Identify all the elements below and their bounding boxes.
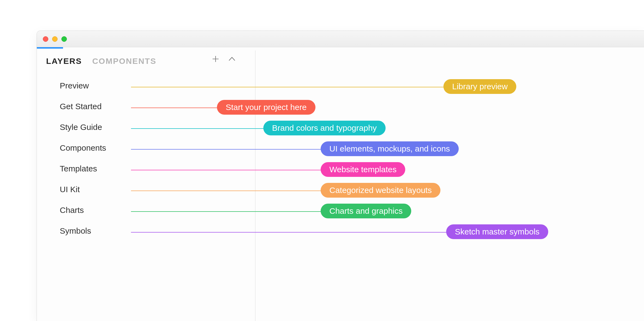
pages-list: PreviewLibrary previewGet StartedStart y… <box>37 77 644 243</box>
zoom-window-button[interactable] <box>61 36 67 42</box>
app-window: LAYERS COMPONENTS PreviewLibrary preview… <box>37 31 644 321</box>
page-row: TemplatesWebsite templates <box>37 160 644 180</box>
active-tab-indicator <box>37 47 63 49</box>
page-row: ChartsCharts and graphics <box>37 201 644 222</box>
annotation-pill: Website templates <box>321 162 405 177</box>
titlebar <box>37 31 644 47</box>
annotation-pill: Sketch master symbols <box>446 224 548 239</box>
tab-components[interactable]: COMPONENTS <box>92 57 156 66</box>
page-name[interactable]: Style Guide <box>60 123 102 132</box>
sidebar-tabs: LAYERS COMPONENTS <box>46 57 156 66</box>
annotation-pill: UI elements, mockups, and icons <box>321 141 459 156</box>
page-row: UI KitCategorized website layouts <box>37 180 644 201</box>
minimize-window-button[interactable] <box>52 36 58 42</box>
page-name[interactable]: Charts <box>60 206 84 215</box>
annotation-connector <box>131 191 326 191</box>
annotation-connector <box>131 232 452 233</box>
close-window-button[interactable] <box>43 36 48 42</box>
sidebar-content: LAYERS COMPONENTS PreviewLibrary preview… <box>37 47 644 321</box>
page-name[interactable]: UI Kit <box>60 185 80 194</box>
add-page-icon[interactable] <box>211 55 220 63</box>
page-row: Style GuideBrand colors and typography <box>37 118 644 139</box>
page-name[interactable]: Templates <box>60 164 97 173</box>
annotation-connector <box>131 149 326 150</box>
page-name[interactable]: Preview <box>60 81 89 90</box>
page-name[interactable]: Get Started <box>60 102 102 111</box>
annotation-pill: Categorized website layouts <box>321 183 440 198</box>
annotation-pill: Library preview <box>443 79 516 94</box>
annotation-connector <box>131 87 449 87</box>
page-row: SymbolsSketch master symbols <box>37 222 644 243</box>
annotation-connector <box>131 211 326 212</box>
sidebar-toolbar <box>211 55 236 63</box>
page-row: PreviewLibrary preview <box>37 77 644 97</box>
annotation-connector <box>131 108 222 108</box>
annotation-connector <box>131 170 326 170</box>
annotation-pill: Charts and graphics <box>321 204 411 218</box>
page-row: ComponentsUI elements, mockups, and icon… <box>37 139 644 160</box>
window-controls <box>43 36 67 42</box>
collapse-icon[interactable] <box>228 55 236 63</box>
annotation-pill: Brand colors and typography <box>263 121 386 135</box>
tab-layers[interactable]: LAYERS <box>46 57 82 66</box>
page-row: Get StartedStart your project here <box>37 97 644 118</box>
page-name[interactable]: Symbols <box>60 226 91 236</box>
page-name[interactable]: Components <box>60 143 106 153</box>
annotation-pill: Start your project here <box>217 100 315 115</box>
annotation-connector <box>131 128 269 129</box>
